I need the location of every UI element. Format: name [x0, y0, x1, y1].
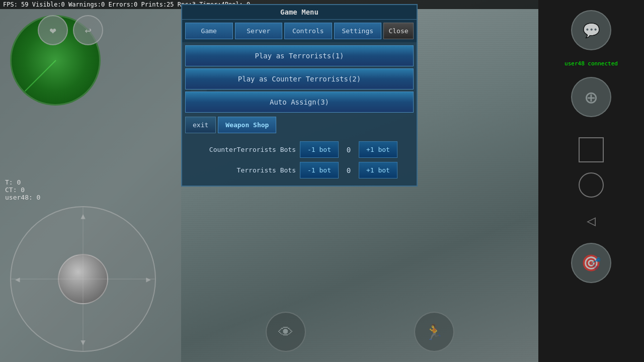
joystick-outer[interactable]: ▲ ▼ ◀ ▶	[10, 206, 156, 352]
top-icons-left: ❤ ↩	[3, 15, 103, 45]
ct-bot-count: 0	[343, 146, 355, 154]
ct-minus-bot-button[interactable]: -1 bot	[300, 141, 339, 158]
eye-icon-button[interactable]: 👁	[266, 312, 306, 352]
ct-plus-bot-button[interactable]: +1 bot	[359, 141, 397, 158]
menu-title: Game Menu	[182, 5, 417, 20]
bottom-center-icons: 👁 🏃	[181, 312, 538, 352]
t-bots-label: Terrorists Bots	[185, 166, 296, 174]
crosshair-icon-button[interactable]	[571, 77, 611, 117]
bots-section: CounterTerrorists Bots -1 bot 0 +1 bot T…	[185, 137, 414, 183]
action-icon-button[interactable]: 🏃	[414, 312, 454, 352]
exit-weapon-row: exit Weapon Shop	[185, 115, 414, 135]
redo-icon[interactable]: ↩	[73, 15, 103, 45]
soldier-icon-button[interactable]: 🎯	[571, 243, 611, 283]
t-plus-bot-button[interactable]: +1 bot	[359, 162, 397, 178]
score-ct: CT: 0	[5, 186, 40, 194]
menu-tabs: Game Server Controls Settings Close	[182, 20, 417, 42]
chat-icon-button[interactable]: 💬	[571, 10, 611, 50]
joystick-inner[interactable]	[58, 254, 108, 304]
exit-button[interactable]: exit	[185, 117, 216, 133]
left-panel: ❤ ↩ T: 0 CT: 0 user48: 0 ▲ ▼ ◀ ▶	[0, 0, 181, 362]
joystick-arrow-left: ◀	[15, 275, 20, 284]
android-circle-button[interactable]	[579, 172, 604, 198]
play-terrorists-button[interactable]: Play as Terrorists(1)	[185, 45, 414, 66]
t-bot-count: 0	[343, 166, 355, 174]
ct-bots-label: CounterTerrorists Bots	[185, 146, 296, 153]
android-square-button[interactable]	[579, 137, 604, 162]
menu-body: Play as Terrorists(1) Play as Counter Te…	[182, 42, 417, 186]
tab-controls[interactable]: Controls	[284, 23, 332, 39]
right-panel: 💬 user48 connected ◁ 🎯	[538, 0, 644, 362]
weapon-shop-button[interactable]: Weapon Shop	[218, 117, 276, 133]
joystick-arrow-up: ▲	[80, 211, 86, 221]
score-user: user48: 0	[5, 194, 40, 201]
joystick-arrow-right: ▶	[146, 275, 151, 284]
tab-settings[interactable]: Settings	[334, 23, 382, 39]
joystick-arrow-down: ▼	[80, 337, 86, 347]
game-menu: Game Menu Game Server Controls Settings …	[181, 4, 418, 187]
auto-assign-button[interactable]: Auto Assign(3)	[185, 92, 414, 113]
user-status: user48 connected	[565, 60, 618, 67]
tab-server[interactable]: Server	[235, 23, 283, 39]
play-ct-button[interactable]: Play as Counter Terrorists(2)	[185, 68, 414, 89]
close-button[interactable]: Close	[383, 23, 414, 39]
favorite-icon[interactable]: ❤	[38, 15, 68, 45]
android-back-button[interactable]: ◁	[579, 208, 604, 233]
ct-bots-row: CounterTerrorists Bots -1 bot 0 +1 bot	[185, 139, 414, 160]
t-minus-bot-button[interactable]: -1 bot	[300, 162, 339, 178]
score-display: T: 0 CT: 0 user48: 0	[5, 178, 40, 201]
joystick-area[interactable]: ▲ ▼ ◀ ▶	[10, 206, 156, 352]
score-t: T: 0	[5, 178, 40, 186]
tab-game[interactable]: Game	[185, 23, 233, 39]
t-bots-row: Terrorists Bots -1 bot 0 +1 bot	[185, 160, 414, 180]
